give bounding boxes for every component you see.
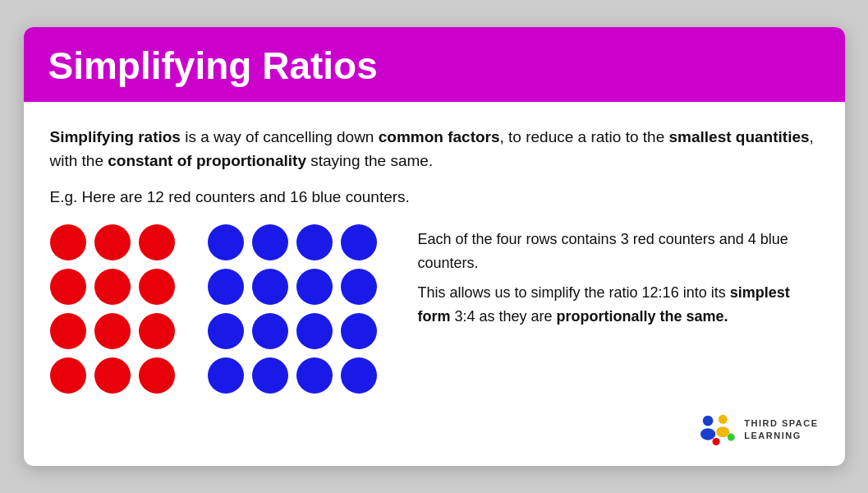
red-dot (94, 269, 131, 305)
red-row-2 (50, 269, 175, 305)
blue-row-4 (208, 357, 377, 394)
counters-wrapper (50, 224, 377, 394)
explanation-line2: This allows us to simplify the ratio 12:… (418, 281, 819, 329)
bold-smallest-quantities: smallest quantities (669, 128, 810, 145)
red-dot (94, 357, 131, 394)
red-dot (50, 357, 86, 394)
red-dot (139, 357, 175, 394)
blue-row-1 (208, 224, 377, 260)
third-space-learning-logo (698, 413, 736, 446)
footer: THIRD SPACE LEARNING (50, 407, 819, 446)
logo-line1: THIRD SPACE (744, 417, 818, 429)
example-label: E.g. Here are 12 red counters and 16 blu… (50, 188, 819, 206)
blue-dot (296, 357, 333, 394)
svg-point-0 (703, 415, 714, 426)
page-title: Simplifying Ratios (48, 45, 820, 87)
red-dot (139, 269, 175, 305)
explanation-line1: Each of the four rows contains 3 red cou… (418, 228, 819, 275)
blue-dot (252, 224, 288, 260)
red-dot (139, 313, 175, 349)
intro-text-2: , to reduce a ratio to the (500, 128, 669, 145)
red-dot (50, 224, 86, 260)
red-dot (94, 313, 131, 349)
red-dot (139, 224, 175, 260)
red-row-4 (50, 357, 175, 394)
blue-dot (208, 313, 244, 349)
blue-row-2 (208, 269, 377, 305)
blue-dot (252, 357, 288, 394)
bold-simplifying-ratios: Simplifying ratios (50, 128, 181, 145)
blue-dot (208, 224, 244, 260)
red-dot (50, 269, 86, 305)
red-counter-grid (50, 224, 175, 394)
card-header: Simplifying Ratios (24, 27, 845, 102)
blue-dot (252, 313, 288, 349)
svg-point-5 (713, 438, 720, 445)
blue-dot (296, 313, 333, 349)
red-dot (50, 313, 86, 349)
svg-point-3 (716, 426, 729, 437)
red-row-3 (50, 313, 175, 349)
svg-point-2 (719, 415, 728, 424)
bold-constant-proportionality: constant of proportionality (108, 152, 306, 169)
counters-section: Each of the four rows contains 3 red cou… (50, 224, 819, 394)
blue-row-3 (208, 313, 377, 349)
blue-dot (341, 269, 377, 305)
logo-line2: LEARNING (744, 430, 818, 441)
blue-dot (341, 313, 377, 349)
explanation-line2-prefix: This allows us to simplify the ratio 12:… (418, 284, 730, 301)
blue-dot (341, 357, 377, 394)
logo-text: THIRD SPACE LEARNING (744, 417, 818, 441)
blue-dot (208, 269, 244, 305)
intro-paragraph: Simplifying ratios is a way of cancellin… (50, 125, 819, 173)
bold-proportionally: proportionally the same. (557, 308, 728, 325)
explanation-line2-mid: 3:4 as they are (451, 308, 557, 325)
blue-counter-grid (208, 224, 377, 394)
blue-dot (296, 224, 333, 260)
blue-dot (296, 269, 333, 305)
intro-text-1: is a way of cancelling down (181, 128, 379, 145)
red-row-1 (50, 224, 175, 260)
svg-point-1 (700, 428, 715, 440)
blue-dot (208, 357, 244, 394)
card-body: Simplifying ratios is a way of cancellin… (24, 102, 845, 466)
svg-point-4 (728, 433, 735, 440)
bold-common-factors: common factors (379, 128, 500, 145)
blue-dot (252, 269, 288, 305)
intro-text-4: staying the same. (306, 152, 433, 169)
card: Simplifying Ratios Simplifying ratios is… (24, 27, 845, 465)
explanation-text: Each of the four rows contains 3 red cou… (418, 224, 819, 329)
red-dot (94, 224, 131, 260)
blue-dot (341, 224, 377, 260)
logo-area: THIRD SPACE LEARNING (698, 413, 818, 446)
